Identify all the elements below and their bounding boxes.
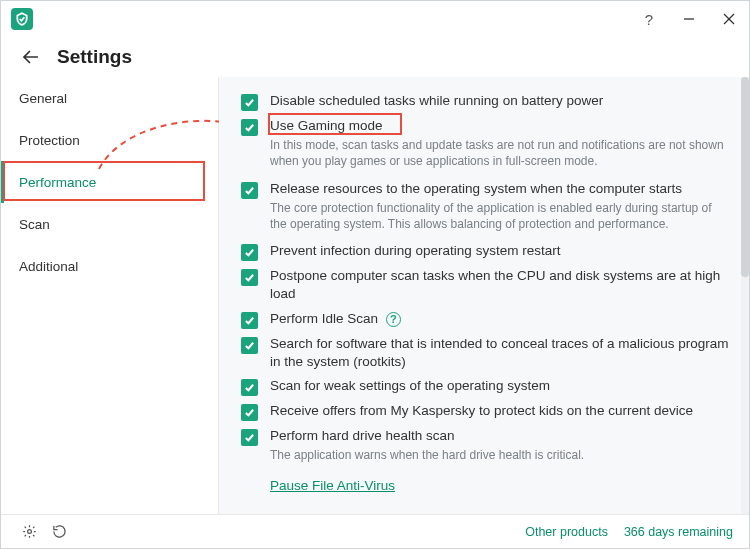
setting-row: Postpone computer scan tasks when the CP… <box>241 264 735 306</box>
setting-row: Disable scheduled tasks while running on… <box>241 89 735 114</box>
app-logo-icon <box>11 8 33 30</box>
close-button[interactable] <box>709 1 749 37</box>
header: Settings <box>1 37 749 77</box>
sidebar-item-protection[interactable]: Protection <box>1 119 218 161</box>
sidebar-item-label: Scan <box>19 217 50 232</box>
checkbox-icon[interactable] <box>241 404 258 421</box>
setting-row: Scan for weak settings of the operating … <box>241 374 735 399</box>
sidebar-item-label: Additional <box>19 259 78 274</box>
setting-label[interactable]: Use Gaming mode <box>270 117 735 135</box>
setting-label[interactable]: Search for software that is intended to … <box>270 335 735 371</box>
setting-description: The application warns when the hard driv… <box>270 447 735 463</box>
setting-row: Perform hard drive health scanThe applic… <box>241 424 735 470</box>
refresh-icon[interactable] <box>47 520 71 544</box>
setting-label[interactable]: Postpone computer scan tasks when the CP… <box>270 267 735 303</box>
checkbox-icon[interactable] <box>241 119 258 136</box>
setting-label[interactable]: Receive offers from My Kaspersky to prot… <box>270 402 735 420</box>
checkbox-icon[interactable] <box>241 94 258 111</box>
settings-gear-icon[interactable] <box>17 520 41 544</box>
setting-label[interactable]: Prevent infection during operating syste… <box>270 242 735 260</box>
setting-row: Perform Idle Scan ? <box>241 307 735 332</box>
page-title: Settings <box>57 46 132 68</box>
setting-label[interactable]: Perform hard drive health scan <box>270 427 735 445</box>
setting-label[interactable]: Disable scheduled tasks while running on… <box>270 92 735 110</box>
sidebar: General Protection Performance Scan Addi… <box>1 77 219 514</box>
setting-row: Prevent infection during operating syste… <box>241 239 735 264</box>
checkbox-icon[interactable] <box>241 312 258 329</box>
sidebar-item-additional[interactable]: Additional <box>1 245 218 287</box>
sidebar-item-label: General <box>19 91 67 106</box>
sidebar-item-performance[interactable]: Performance <box>1 161 218 203</box>
back-button[interactable] <box>17 43 45 71</box>
pause-antivirus-link[interactable]: Pause File Anti-Virus <box>241 470 735 493</box>
footer: Other products 366 days remaining <box>1 514 749 548</box>
checkbox-icon[interactable] <box>241 269 258 286</box>
setting-row: Search for software that is intended to … <box>241 332 735 374</box>
checkbox-icon[interactable] <box>241 429 258 446</box>
setting-label[interactable]: Perform Idle Scan ? <box>270 310 735 328</box>
setting-description: In this mode, scan tasks and update task… <box>270 137 735 169</box>
days-remaining: 366 days remaining <box>624 525 733 539</box>
checkbox-icon[interactable] <box>241 379 258 396</box>
minimize-button[interactable] <box>669 1 709 37</box>
setting-row: Use Gaming modeIn this mode, scan tasks … <box>241 114 735 177</box>
setting-label[interactable]: Scan for weak settings of the operating … <box>270 377 735 395</box>
checkbox-icon[interactable] <box>241 182 258 199</box>
checkbox-icon[interactable] <box>241 337 258 354</box>
scrollbar[interactable] <box>741 77 749 514</box>
other-products-link[interactable]: Other products <box>525 525 608 539</box>
setting-label[interactable]: Release resources to the operating syste… <box>270 180 735 198</box>
titlebar: ? <box>1 1 749 37</box>
sidebar-item-scan[interactable]: Scan <box>1 203 218 245</box>
settings-panel: Disable scheduled tasks while running on… <box>219 77 741 514</box>
scrollbar-thumb[interactable] <box>741 77 749 277</box>
help-icon[interactable]: ? <box>386 312 401 327</box>
sidebar-item-label: Performance <box>19 175 96 190</box>
svg-point-3 <box>27 530 31 534</box>
setting-row: Release resources to the operating syste… <box>241 177 735 240</box>
checkbox-icon[interactable] <box>241 244 258 261</box>
sidebar-item-general[interactable]: General <box>1 77 218 119</box>
help-button[interactable]: ? <box>629 1 669 37</box>
setting-row: Receive offers from My Kaspersky to prot… <box>241 399 735 424</box>
setting-description: The core protection functionality of the… <box>270 200 735 232</box>
sidebar-item-label: Protection <box>19 133 80 148</box>
